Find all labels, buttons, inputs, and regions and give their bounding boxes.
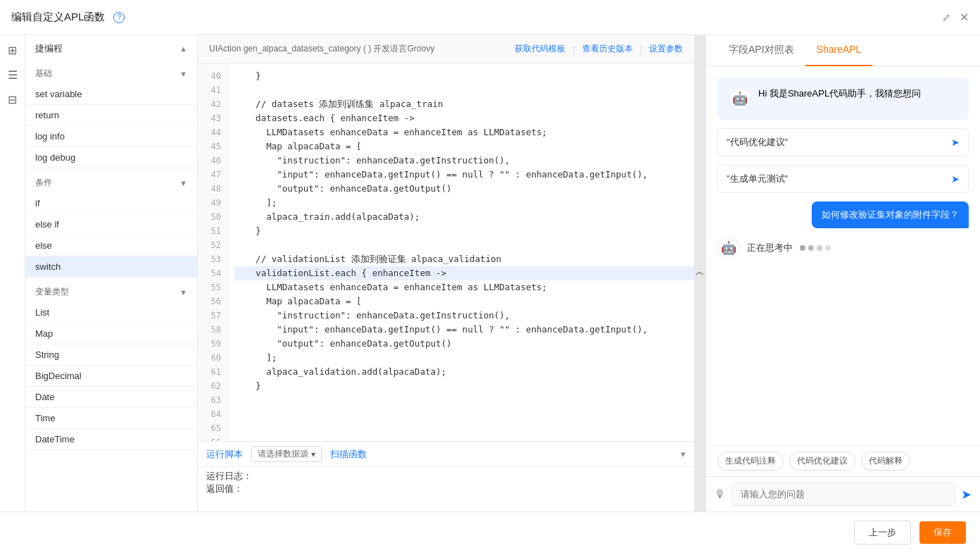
help-icon[interactable]: ? [113, 12, 125, 23]
sidebar-item-else-if[interactable]: else if [25, 214, 197, 235]
code-lines[interactable]: } // datasets 添加到训练集 alpaca_train datase… [229, 63, 694, 441]
sidebar-item-set-variable[interactable]: set variable [25, 84, 197, 105]
sidebar-item-else[interactable]: else [25, 235, 197, 256]
code-line-58[interactable]: "input": enhanceData.getInput() == null … [234, 323, 694, 337]
sidebar-item-log-debug[interactable]: log debug [25, 147, 197, 168]
line-number-50: 50 [198, 210, 228, 224]
code-line-62[interactable]: } [234, 379, 694, 393]
sidebar-item-time[interactable]: Time [25, 408, 197, 429]
close-icon[interactable]: ✕ [960, 11, 969, 24]
expand-icon[interactable]: ⤢ [942, 11, 951, 24]
suggestion-unit-test[interactable]: "生成单元测试" ➤ [717, 165, 969, 193]
tab-field-api[interactable]: 字段API对照表 [717, 35, 805, 66]
code-line-55[interactable]: LLMDatasets enhanceData = enhanceItem as… [234, 280, 694, 294]
sidebar-section-condition: 条件 ▼ if else if else switch [25, 171, 197, 278]
code-line-64[interactable] [234, 407, 694, 421]
sidebar-item-string[interactable]: String [25, 344, 197, 366]
layers-icon[interactable]: ☰ [8, 68, 18, 82]
mic-icon[interactable]: 🎙 [715, 488, 726, 501]
shortcut-code-opt[interactable]: 代码优化建议 [789, 452, 855, 471]
sidebar-item-date[interactable]: Date [25, 387, 197, 408]
code-line-45[interactable]: Map alpacaData = [ [234, 139, 694, 154]
line-numbers: 4041424344454647484950515253545556575859… [198, 63, 229, 441]
code-container[interactable]: 4041424344454647484950515253545556575859… [198, 63, 694, 441]
view-history-link[interactable]: 查看历史版本 [582, 43, 633, 55]
icon-bar: ⊞ ☰ ⊟ [0, 35, 25, 511]
sidebar-item-map[interactable]: Map [25, 323, 197, 344]
dot-2 [808, 245, 814, 251]
tab-share-apl[interactable]: ShareAPL [805, 35, 873, 66]
code-line-52[interactable] [234, 238, 694, 252]
chat-input[interactable] [731, 483, 955, 506]
get-template-link[interactable]: 获取代码模板 [515, 43, 565, 55]
run-script-btn[interactable]: 运行脚本 [206, 448, 243, 461]
shortcut-gen-comment[interactable]: 生成代码注释 [717, 452, 784, 471]
code-line-54[interactable]: validationList.each { enhanceItem -> [234, 266, 694, 280]
shortcut-code-explain[interactable]: 代码解释 [861, 452, 910, 471]
code-line-59[interactable]: "output": enhanceData.getOutput() [234, 337, 694, 351]
chat-send-icon[interactable]: ➤ [961, 487, 972, 502]
code-line-63[interactable] [234, 393, 694, 407]
save-button[interactable]: 保存 [919, 521, 966, 544]
line-number-53: 53 [198, 252, 228, 266]
line-number-63: 63 [198, 393, 228, 407]
scan-fn-btn[interactable]: 扫描函数 [330, 448, 367, 461]
sidebar-item-list[interactable]: List [25, 302, 197, 323]
code-line-56[interactable]: Map alpacaData = [ [234, 294, 694, 309]
code-line-44[interactable]: LLMDatasets enhanceData = enhanceItem as… [234, 125, 694, 139]
code-line-65[interactable] [234, 421, 694, 435]
prev-button[interactable]: 上一步 [854, 521, 911, 545]
code-line-57[interactable]: "instruction": enhanceData.getInstructio… [234, 309, 694, 323]
title-bar-left: 编辑自定义APL函数 ? [11, 11, 125, 24]
code-line-66[interactable] [234, 435, 694, 441]
bottom-log: 运行日志： 返回值： [198, 467, 694, 498]
sidebar-item-datetime[interactable]: DateTime [25, 429, 197, 450]
code-line-40[interactable]: } [234, 69, 694, 83]
editor-toolbar: UIAction gen_alpaca_datasets_category ( … [198, 35, 694, 63]
sidebar-item-if[interactable]: if [25, 193, 197, 214]
code-line-48[interactable]: "output": enhanceData.getOutput() [234, 182, 694, 196]
collapse-icon: ❮ [696, 271, 704, 276]
line-number-57: 57 [198, 309, 228, 323]
code-line-50[interactable]: alpaca_train.add(alpacaData); [234, 210, 694, 224]
editor-area: UIAction gen_alpaca_datasets_category ( … [198, 35, 694, 511]
return-label: 返回值： [206, 483, 686, 495]
bottom-expand-icon[interactable]: ▾ [681, 449, 686, 459]
line-number-62: 62 [198, 379, 228, 393]
grid-icon[interactable]: ⊞ [8, 44, 17, 57]
code-line-53[interactable]: // validationList 添加到验证集 alpaca_validati… [234, 252, 694, 266]
basic-chevron: ▼ [180, 70, 187, 78]
sidebar-section-condition-title[interactable]: 条件 ▼ [25, 171, 197, 193]
editor-info: UIAction gen_alpaca_datasets_category ( … [209, 43, 434, 55]
sidebar-item-switch[interactable]: switch [25, 256, 197, 278]
code-line-61[interactable]: alpaca_validation.add(alpacaData); [234, 365, 694, 379]
collapse-handle[interactable]: ❮ [694, 35, 705, 511]
bot-icon-greeting: 🤖 [729, 87, 751, 110]
vartype-chevron: ▼ [180, 288, 187, 297]
suggestion-code-opt[interactable]: "代码优化建议" ➤ [717, 128, 969, 156]
code-line-42[interactable]: // datasets 添加到训练集 alpaca_train [234, 97, 694, 111]
sidebar-section-var-type: 变量类型 ▼ List Map String BigDecimal Date T… [25, 280, 197, 450]
run-log-label: 运行日志： [206, 470, 686, 483]
sidebar-item-return[interactable]: return [25, 105, 197, 126]
code-line-60[interactable]: ]; [234, 351, 694, 365]
code-line-49[interactable]: ]; [234, 196, 694, 210]
datasource-select[interactable]: 请选择数据源 ▾ [251, 446, 322, 462]
line-number-51: 51 [198, 224, 228, 238]
chat-input-area: 🎙 ➤ [706, 476, 980, 511]
code-line-43[interactable]: datasets.each { enhanceItem -> [234, 111, 694, 125]
code-line-51[interactable]: } [234, 224, 694, 238]
code-line-47[interactable]: "input": enhanceData.getInput() == null … [234, 168, 694, 182]
set-params-link[interactable]: 设置参数 [649, 43, 683, 55]
chat-shortcuts: 生成代码注释 代码优化建议 代码解释 [706, 445, 980, 476]
sidebar-item-log-info[interactable]: log info [25, 126, 197, 147]
sidebar-section-var-type-title[interactable]: 变量类型 ▼ [25, 280, 197, 302]
sidebar-item-bigdecimal[interactable]: BigDecimal [25, 366, 197, 387]
sidebar-collapse-icon[interactable]: ▲ [180, 44, 187, 53]
line-number-65: 65 [198, 421, 228, 435]
sidebar-section-basic-title[interactable]: 基础 ▼ [25, 62, 197, 84]
code-line-46[interactable]: "instruction": enhanceData.getInstructio… [234, 154, 694, 168]
code-line-41[interactable] [234, 83, 694, 97]
line-number-52: 52 [198, 238, 228, 252]
pin-icon[interactable]: ⊟ [8, 93, 17, 106]
